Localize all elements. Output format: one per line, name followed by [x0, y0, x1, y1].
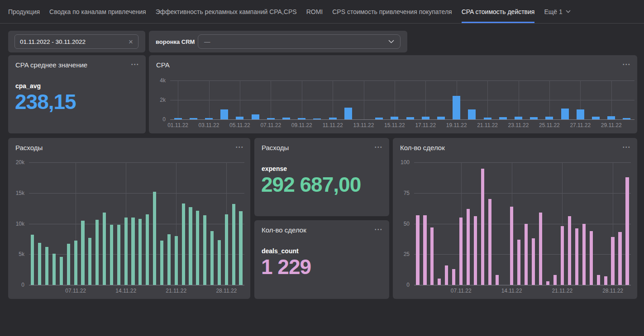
- tab-cpa-stoimost-deystviya[interactable]: CPA стоимость действия: [462, 0, 535, 23]
- bar-24.11.22[interactable]: [196, 211, 199, 285]
- bar-30.11.22[interactable]: [623, 118, 630, 119]
- bar-29.11.22[interactable]: [618, 232, 621, 285]
- bar-15.11.22[interactable]: [391, 117, 398, 119]
- bar-23.11.22[interactable]: [515, 117, 522, 119]
- bar-16.11.22[interactable]: [138, 219, 142, 285]
- crm-funnel-select[interactable]: —: [198, 34, 401, 49]
- bar-26.11.22[interactable]: [597, 275, 600, 285]
- bar-07.11.22[interactable]: [459, 218, 463, 285]
- bar-28.11.22[interactable]: [592, 117, 600, 119]
- bar-18.11.22[interactable]: [153, 192, 156, 285]
- bar-16.11.22[interactable]: [406, 117, 414, 119]
- bar-18.11.22[interactable]: [539, 213, 542, 285]
- bar-07.11.22[interactable]: [74, 241, 77, 285]
- tab-romi[interactable]: ROMI: [306, 0, 323, 23]
- bar-21.11.22[interactable]: [175, 236, 178, 285]
- bar-02.11.22[interactable]: [38, 243, 41, 285]
- bar-26.11.22[interactable]: [561, 109, 569, 119]
- bar-02.11.22[interactable]: [423, 215, 426, 285]
- bar-02.11.22[interactable]: [190, 118, 197, 119]
- bar-17.11.22[interactable]: [422, 117, 429, 120]
- bar-24.11.22[interactable]: [530, 117, 538, 119]
- bar-01.11.22[interactable]: [174, 118, 182, 119]
- bar-20.11.22[interactable]: [167, 234, 171, 285]
- bar-12.11.22[interactable]: [344, 108, 352, 119]
- bar-25.11.22[interactable]: [590, 231, 593, 285]
- bar-20.11.22[interactable]: [553, 275, 557, 285]
- bar-05.11.22[interactable]: [236, 117, 243, 119]
- bar-10.11.22[interactable]: [313, 118, 321, 119]
- bar-26.11.22[interactable]: [210, 231, 214, 285]
- bar-28.11.22[interactable]: [611, 237, 614, 285]
- tab-svodka-po-kanalam[interactable]: Сводка по каналам привлечения: [49, 0, 146, 23]
- bar-25.11.22[interactable]: [203, 215, 206, 285]
- bar-19.11.22[interactable]: [546, 281, 549, 285]
- bar-06.11.22[interactable]: [252, 114, 259, 119]
- bar-03.11.22[interactable]: [205, 118, 213, 119]
- bar-03.11.22[interactable]: [430, 227, 434, 285]
- bar-07.11.22[interactable]: [267, 118, 275, 119]
- bar-16.11.22[interactable]: [525, 224, 528, 285]
- bar-14.11.22[interactable]: [510, 207, 513, 285]
- tab-produkciya[interactable]: Продукция: [8, 0, 40, 23]
- bar-27.11.22[interactable]: [218, 240, 221, 285]
- bar-06.11.22[interactable]: [67, 244, 70, 285]
- card-menu-icon[interactable]: •••: [623, 61, 631, 68]
- bar-03.11.22[interactable]: [45, 247, 48, 285]
- bar-30.11.22[interactable]: [625, 177, 629, 285]
- bar-21.11.22[interactable]: [484, 118, 491, 119]
- bar-08.11.22[interactable]: [282, 118, 290, 119]
- bar-29.11.22[interactable]: [232, 204, 235, 285]
- bar-17.11.22[interactable]: [146, 214, 149, 285]
- bar-19.11.22[interactable]: [453, 96, 460, 119]
- bar-05.11.22[interactable]: [445, 265, 448, 285]
- bar-12.11.22[interactable]: [110, 225, 113, 285]
- bar-29.11.22[interactable]: [607, 116, 615, 119]
- bar-27.11.22[interactable]: [604, 276, 607, 285]
- bar-11.11.22[interactable]: [103, 213, 106, 285]
- bar-17.11.22[interactable]: [532, 238, 535, 285]
- card-menu-icon[interactable]: •••: [375, 226, 383, 233]
- bar-11.11.22[interactable]: [329, 118, 337, 119]
- bar-22.11.22[interactable]: [182, 203, 185, 285]
- bar-13.11.22[interactable]: [117, 225, 120, 285]
- bar-04.11.22[interactable]: [220, 109, 228, 119]
- bar-06.11.22[interactable]: [452, 269, 455, 285]
- clear-date-icon[interactable]: ×: [129, 38, 133, 46]
- bar-14.11.22[interactable]: [124, 218, 128, 285]
- tab-cps-stoimost[interactable]: CPS стоимость привлечения покупателя: [332, 0, 452, 23]
- bar-04.11.22[interactable]: [438, 279, 441, 285]
- bar-22.11.22[interactable]: [499, 117, 507, 119]
- bar-18.11.22[interactable]: [437, 117, 445, 119]
- tab-more[interactable]: Ещё 1: [544, 0, 570, 23]
- bar-21.11.22[interactable]: [561, 226, 564, 285]
- bar-10.11.22[interactable]: [95, 220, 99, 285]
- bar-11.11.22[interactable]: [488, 199, 491, 285]
- bar-15.11.22[interactable]: [517, 240, 520, 285]
- card-menu-icon[interactable]: •••: [623, 144, 631, 151]
- bar-19.11.22[interactable]: [160, 241, 163, 285]
- tab-effektivnost-kampaniy[interactable]: Эффективность рекламных кампаний CPA,CPS: [156, 0, 297, 23]
- card-menu-icon[interactable]: •••: [375, 144, 383, 151]
- card-menu-icon[interactable]: •••: [131, 61, 139, 68]
- bar-30.11.22[interactable]: [239, 211, 242, 285]
- bar-05.11.22[interactable]: [60, 257, 63, 285]
- bar-09.11.22[interactable]: [298, 118, 305, 119]
- bar-23.11.22[interactable]: [189, 207, 192, 285]
- bar-10.11.22[interactable]: [481, 169, 484, 285]
- bar-24.11.22[interactable]: [582, 224, 586, 285]
- bar-20.11.22[interactable]: [468, 109, 476, 119]
- bar-28.11.22[interactable]: [225, 214, 228, 285]
- bar-22.11.22[interactable]: [568, 216, 571, 285]
- bar-23.11.22[interactable]: [575, 228, 578, 285]
- card-menu-icon[interactable]: •••: [236, 144, 244, 151]
- bar-01.11.22[interactable]: [31, 235, 34, 285]
- bar-08.11.22[interactable]: [81, 221, 84, 285]
- bar-09.11.22[interactable]: [474, 216, 477, 285]
- bar-14.11.22[interactable]: [375, 118, 383, 119]
- bar-15.11.22[interactable]: [131, 218, 134, 285]
- bar-27.11.22[interactable]: [577, 109, 584, 119]
- bar-25.11.22[interactable]: [545, 117, 553, 119]
- bar-04.11.22[interactable]: [52, 254, 56, 285]
- bar-09.11.22[interactable]: [88, 238, 91, 285]
